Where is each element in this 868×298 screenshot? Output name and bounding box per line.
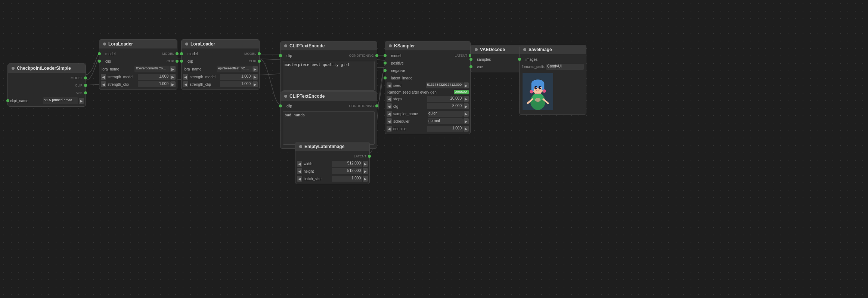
checkpoint-loader-title: CheckpointLoaderSimple bbox=[17, 66, 71, 71]
lora2-loraname-next[interactable]: ▶ bbox=[252, 66, 258, 72]
lora1-model-in-port[interactable] bbox=[98, 52, 101, 55]
lora1-strength-clip-prev[interactable]: ◀ bbox=[101, 81, 106, 87]
lora2-strength-model-row: ◀ strength_model 1.000 ▶ bbox=[182, 73, 259, 81]
lora1-header-dot bbox=[103, 43, 106, 46]
lora2-model-out-type: MODEL bbox=[244, 52, 256, 56]
lora1-model-out-type: MODEL bbox=[162, 52, 174, 56]
empty-latent-image-node: EmptyLatentImage LATENT ◀ width 512.000 … bbox=[295, 142, 370, 184]
lora2-model-out-port[interactable] bbox=[258, 52, 261, 55]
checkpoint-clip-port[interactable] bbox=[84, 84, 87, 87]
lora1-strength-model-prev[interactable]: ◀ bbox=[101, 74, 106, 80]
empty-latent-batch-prev[interactable]: ◀ bbox=[297, 176, 302, 182]
ksampler-denoise-next[interactable]: ▶ bbox=[464, 126, 469, 132]
checkpoint-ckpt-field[interactable]: v1-5-pruned-emaonly.ckpt bbox=[43, 97, 78, 104]
ksampler-steps-prev[interactable]: ◀ bbox=[387, 96, 392, 102]
ksampler-steps-next[interactable]: ▶ bbox=[464, 96, 469, 102]
clip-pos-conditioning-port[interactable] bbox=[375, 54, 378, 57]
clip-neg-text-field[interactable]: bad hands bbox=[283, 111, 375, 145]
lora2-strength-model-prev[interactable]: ◀ bbox=[183, 74, 188, 80]
ksampler-body: model LATENT positive negative latent_im… bbox=[385, 50, 470, 134]
ksampler-title: KSampler bbox=[394, 43, 415, 48]
empty-latent-width-row: ◀ width 512.000 ▶ bbox=[295, 160, 369, 167]
lora2-strength-clip-prev[interactable]: ◀ bbox=[183, 81, 188, 87]
lora2-clip-out-port[interactable] bbox=[258, 60, 261, 63]
lora2-strength-model-next[interactable]: ▶ bbox=[252, 74, 258, 80]
ksampler-random-seed-toggle[interactable]: enabled bbox=[454, 90, 469, 94]
ksampler-cfg-row: ◀ cfg 8.000 ▶ bbox=[385, 103, 470, 110]
empty-latent-header: EmptyLatentImage bbox=[295, 142, 369, 151]
ksampler-steps-row: ◀ steps 20.000 ▶ bbox=[385, 95, 470, 103]
ksampler-model-port[interactable] bbox=[384, 54, 387, 57]
ksampler-positive-port[interactable] bbox=[384, 62, 387, 65]
clip-neg-conditioning-port[interactable] bbox=[375, 104, 378, 107]
clip-pos-text-field[interactable]: masterpiece best quality girl bbox=[283, 61, 375, 91]
ksampler-scheduler-next[interactable]: ▶ bbox=[464, 118, 469, 124]
empty-latent-batch-next[interactable]: ▶ bbox=[363, 176, 368, 182]
lora2-loraname-label: lora_name bbox=[183, 67, 216, 71]
ksampler-denoise-prev[interactable]: ◀ bbox=[387, 126, 392, 132]
clip-neg-clip-port[interactable] bbox=[279, 104, 282, 107]
lora2-loraname-field[interactable]: epiNoiseoffset_v2.safetensors bbox=[217, 66, 252, 72]
checkpoint-vae-port[interactable] bbox=[84, 91, 87, 94]
empty-latent-height-prev[interactable]: ◀ bbox=[297, 168, 302, 174]
vae-decode-vae-port[interactable] bbox=[469, 65, 472, 68]
ksampler-sampler-prev[interactable]: ◀ bbox=[387, 111, 392, 117]
node-canvas[interactable]: CheckpointLoaderSimple MODEL CLIP VAE ck… bbox=[0, 0, 868, 298]
ksampler-latent-image-port[interactable] bbox=[384, 76, 387, 79]
lora1-strength-model-row: ◀ strength_model 1.000 ▶ bbox=[99, 73, 177, 81]
ksampler-seed-value: 513173432917412.000 bbox=[426, 82, 463, 88]
save-image-images-row: images bbox=[520, 56, 586, 63]
lora1-clip-out-port[interactable] bbox=[176, 60, 179, 63]
ksampler-latent-image-row: latent_image bbox=[385, 74, 470, 82]
ksampler-seed-prev[interactable]: ◀ bbox=[387, 82, 392, 88]
checkpoint-ckpt-port-left[interactable] bbox=[6, 99, 9, 102]
lora1-title: LoraLoader bbox=[108, 41, 133, 47]
save-image-images-port[interactable] bbox=[518, 58, 521, 61]
empty-latent-width-next[interactable]: ▶ bbox=[363, 161, 368, 167]
lora1-clip-in-port[interactable] bbox=[98, 60, 101, 63]
lora1-strength-model-value: 1.000 bbox=[138, 74, 170, 80]
ksampler-sampler-next[interactable]: ▶ bbox=[464, 111, 469, 117]
ksampler-scheduler-prev[interactable]: ◀ bbox=[387, 118, 392, 124]
ksampler-cfg-label: cfg bbox=[393, 104, 427, 109]
lora2-strength-clip-row: ◀ strength_clip 1.000 ▶ bbox=[182, 81, 259, 88]
lora1-strength-model-next[interactable]: ▶ bbox=[170, 74, 176, 80]
clip-pos-clip-port[interactable] bbox=[279, 54, 282, 57]
ksampler-negative-port[interactable] bbox=[384, 69, 387, 72]
lora2-clip-out-type: CLIP bbox=[249, 59, 256, 63]
lora2-strength-clip-value: 1.000 bbox=[220, 81, 252, 87]
lora1-strength-clip-next[interactable]: ▶ bbox=[170, 81, 176, 87]
clip-pos-header-dot bbox=[284, 44, 287, 47]
ksampler-node: KSampler model LATENT positive negative … bbox=[385, 41, 471, 134]
lora2-strength-clip-next[interactable]: ▶ bbox=[252, 81, 258, 87]
clip-pos-clip-row: clip CONDITIONING bbox=[280, 52, 377, 59]
empty-latent-width-prev[interactable]: ◀ bbox=[297, 161, 302, 167]
empty-latent-port[interactable] bbox=[368, 155, 371, 158]
lora2-clip-in-port[interactable] bbox=[180, 60, 183, 63]
lora1-loraname-field[interactable]: tEovercomer8sContrastFix_sd15.safetensor… bbox=[134, 66, 170, 72]
ksampler-cfg-prev[interactable]: ◀ bbox=[387, 103, 392, 109]
vae-decode-samples-port[interactable] bbox=[469, 58, 472, 61]
checkpoint-header-dot bbox=[12, 67, 15, 70]
lora1-model-out-port[interactable] bbox=[176, 52, 179, 55]
empty-latent-height-value: 512.000 bbox=[332, 168, 362, 174]
clip-pos-clip-label: clip bbox=[283, 54, 349, 58]
save-image-header-dot bbox=[523, 48, 526, 51]
empty-latent-height-next[interactable]: ▶ bbox=[363, 168, 368, 174]
ksampler-cfg-next[interactable]: ▶ bbox=[464, 103, 469, 109]
clip-neg-header: CLIPTextEncode bbox=[280, 92, 377, 101]
save-image-filename-field[interactable]: ComfyUI bbox=[546, 64, 584, 70]
lora2-model-in-port[interactable] bbox=[180, 52, 183, 55]
checkpoint-loader-body: MODEL CLIP VAE ckpt_name v1-5-pruned-ema… bbox=[8, 73, 86, 106]
svg-point-14 bbox=[536, 87, 537, 88]
ksampler-scheduler-row: ◀ scheduler normal ▶ bbox=[385, 117, 470, 125]
ksampler-denoise-value: 1.000 bbox=[427, 126, 463, 132]
ksampler-seed-next[interactable]: ▶ bbox=[464, 82, 469, 88]
ksampler-scheduler-value: normal bbox=[428, 118, 463, 124]
clip-neg-clip-label: clip bbox=[283, 104, 349, 108]
lora1-loraname-row: lora_name tEovercomer8sContrastFix_sd15.… bbox=[99, 65, 177, 73]
lora1-loraname-next[interactable]: ▶ bbox=[170, 66, 176, 72]
checkpoint-ckpt-next[interactable]: ▶ bbox=[79, 98, 84, 104]
checkpoint-model-port[interactable] bbox=[84, 76, 87, 79]
clip-pos-title: CLIPTextEncode bbox=[289, 43, 325, 48]
